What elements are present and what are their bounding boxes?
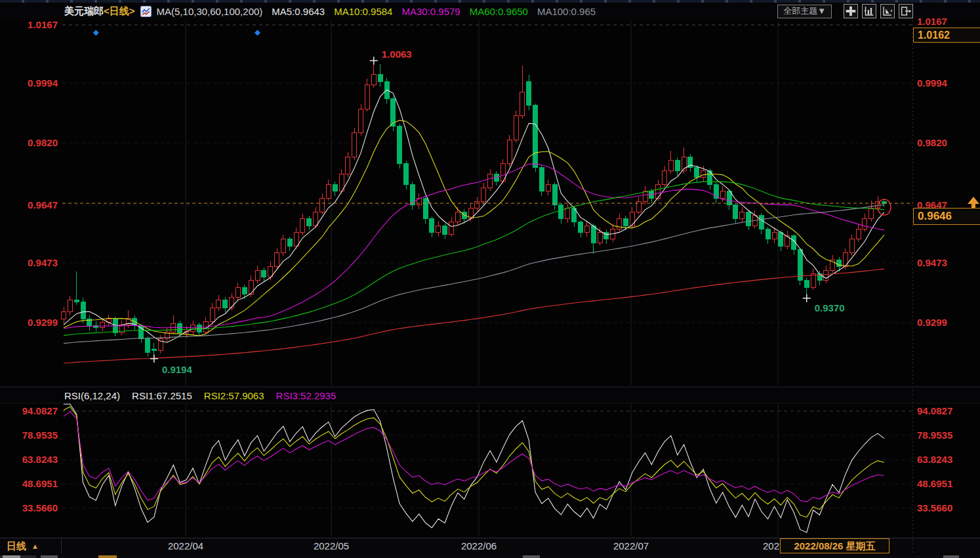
clipped-tab-glyph [98, 555, 117, 558]
period-up-triangle-icon: ▲ [31, 542, 39, 550]
price-axis-label-left: 48.6951 [0, 479, 58, 489]
scale-right-axis-button[interactable] [880, 4, 895, 18]
price-axis-label-left: 0.9473 [0, 258, 58, 268]
clipped-tab-glyph [943, 555, 959, 558]
rsi-legend-item: RSI3:52.2935 [276, 390, 337, 401]
rsi-legend-values: RSI1:67.2515RSI2:57.9063RSI3:52.2935 [120, 390, 336, 401]
svg-text:1.0063: 1.0063 [382, 49, 412, 60]
trading-app-window: 美元瑞郎 <日线> MA(5,10,30,60,100,200) MA5:0.9… [0, 0, 980, 558]
rsi-legend-item: RSI2:57.9063 [204, 390, 264, 401]
price-axis-label-right: 0.9473 [917, 258, 947, 268]
rsi-legend-item: RSI1:67.2515 [132, 390, 192, 401]
price-axis-label-left: 0.9994 [0, 78, 58, 89]
price-axis-label-left: 78.9535 [0, 430, 58, 441]
theme-select-button[interactable]: 全部主题▼ [777, 5, 832, 18]
month-label: 2022/06 [461, 540, 497, 551]
move-crosshair-icon [844, 4, 857, 18]
clipped-tab-glyph [523, 555, 540, 558]
ma-legend-item: MA5:0.9643 [272, 6, 325, 17]
ma-legend-values: MA5:0.9643MA10:0.9584MA30:0.9579MA60:0.9… [262, 6, 596, 17]
price-axis-label-right: 0.9299 [917, 317, 947, 328]
month-label: 2022/05 [314, 540, 349, 551]
price-axis-label-right: 1.0167 [917, 16, 947, 27]
move-crosshair-button[interactable] [844, 4, 858, 18]
svg-text:0.9194: 0.9194 [162, 364, 193, 375]
price-axis-label-left: 33.5660 [0, 503, 58, 513]
scale-left-axis-button[interactable] [862, 4, 876, 18]
ma-legend-item: MA60:0.9650 [470, 6, 528, 17]
ma-params-label: MA(5,10,30,60,100,200) [157, 6, 263, 17]
ma-legend-item: MA30:0.9579 [401, 6, 460, 17]
current-price-box: 0.9646 [913, 208, 980, 225]
rsi-params-label: RSI(6,12,24) [64, 390, 120, 401]
period-high-marker-box: 1.0162 [913, 28, 980, 43]
price-axis-label-right: 94.0827 [917, 406, 952, 416]
chart-legend-bar: 美元瑞郎 <日线> MA(5,10,30,60,100,200) MA5:0.9… [0, 3, 980, 20]
last-date-highlight: 2022/08/26 星期五 [780, 538, 889, 553]
time-axis-bar: 日线 ▲ 2022/042022/052022/062022/07 202 20… [0, 538, 980, 554]
month-label: 2022/04 [168, 540, 203, 551]
scale-right-axis-icon [881, 4, 894, 18]
chart-toolbar-buttons [840, 4, 913, 18]
month-label: 2022/07 [613, 540, 649, 551]
price-axis-label-left: 0.9647 [0, 200, 58, 210]
ma-legend-item: MA100:0.965 [537, 6, 596, 17]
price-axis-label-left: 0.9299 [0, 317, 58, 328]
price-axis-label-right: 33.5660 [917, 503, 952, 513]
price-axis-label-right: 78.9535 [917, 430, 952, 441]
exit-pane-icon [899, 4, 912, 18]
period-tag: <日线> [104, 5, 135, 18]
period-selector-label: 日线 [7, 540, 26, 553]
rsi-legend-bar: RSI(6,12,24) RSI1:67.2515RSI2:57.9063RSI… [0, 388, 980, 403]
main-chart-canvas[interactable]: 1.00630.91940.9370 [0, 0, 980, 558]
scale-left-axis-icon [863, 4, 876, 18]
period-selector[interactable]: 日线 ▲ [0, 538, 62, 554]
clipped-tab-glyph [3, 555, 20, 558]
price-axis-label-right: 0.9994 [917, 78, 947, 89]
clipped-tab-glyph [41, 555, 58, 558]
price-axis-label-left: 63.8243 [0, 454, 58, 465]
exit-pane-button[interactable] [899, 4, 913, 18]
instrument-title: 美元瑞郎 [64, 5, 104, 18]
price-axis-label-right: 63.8243 [917, 454, 952, 465]
price-axis-label-left: 1.0167 [0, 20, 58, 30]
price-axis-label-left: 94.0827 [0, 406, 58, 416]
price-axis-label-right: 48.6951 [917, 479, 952, 489]
clipped-bottom-tabs-strip [0, 555, 980, 558]
ma-legend-item: MA10:0.9584 [334, 6, 392, 17]
svg-text:0.9370: 0.9370 [815, 302, 845, 313]
partial-month-label: 202 [763, 540, 779, 551]
instrument-chart-icon[interactable] [140, 6, 152, 17]
price-axis-label-left: 0.9820 [0, 138, 58, 148]
price-axis-label-right: 0.9820 [917, 138, 947, 148]
